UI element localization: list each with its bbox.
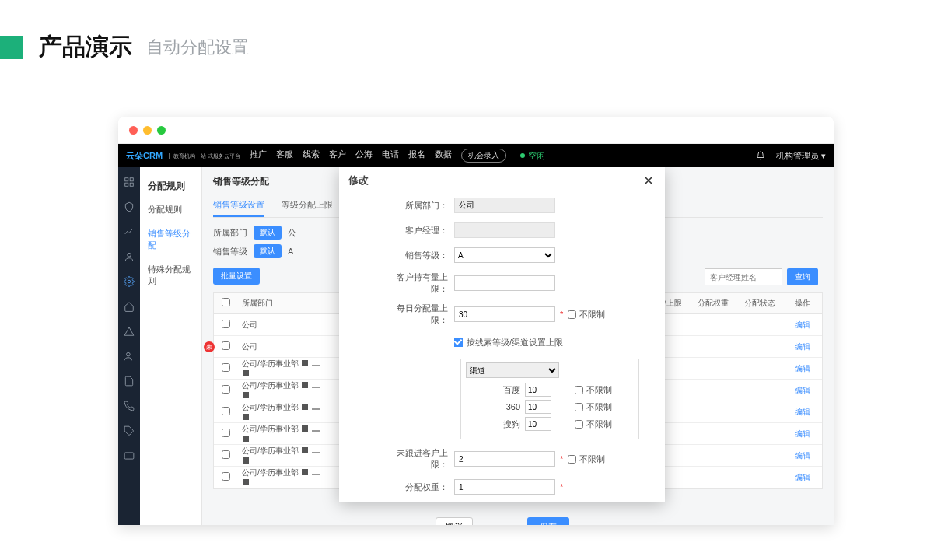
page-title: 产品演示	[39, 31, 132, 63]
rail-shield[interactable]	[124, 200, 135, 214]
filter-level-value: A	[288, 247, 293, 256]
channel-limit-input[interactable]	[525, 400, 551, 414]
nav-service[interactable]: 客服	[276, 149, 293, 163]
edit-link[interactable]: 编辑	[795, 386, 810, 394]
nav-data[interactable]: 数据	[435, 149, 452, 163]
unfollow-input[interactable]	[454, 451, 555, 467]
tab-level-limit[interactable]: 等级分配上限	[282, 194, 333, 217]
bell-icon[interactable]	[756, 151, 765, 160]
row-checkbox[interactable]	[222, 341, 230, 350]
window-titlebar	[118, 117, 834, 144]
rail-settings[interactable]	[124, 275, 135, 289]
tab-level-settings[interactable]: 销售等级设置	[213, 194, 264, 217]
rail-home[interactable]	[124, 299, 135, 313]
rail-call[interactable]	[124, 399, 135, 413]
channel-limit-input[interactable]	[525, 417, 551, 431]
edit-link[interactable]: 编辑	[795, 473, 810, 481]
subnav-item-rules[interactable]: 分配规则	[140, 198, 201, 222]
row-checkbox[interactable]	[222, 363, 230, 372]
svg-point-4	[128, 253, 131, 257]
nav-phone[interactable]: 电话	[382, 149, 399, 163]
nav-customers[interactable]: 客户	[329, 149, 346, 163]
nav-leads[interactable]: 线索	[303, 149, 320, 163]
select-all-checkbox[interactable]	[222, 298, 230, 306]
channel-limit-input[interactable]	[525, 383, 551, 397]
subnav-title: 分配规则	[140, 175, 201, 198]
channel-unlimited-checkbox[interactable]	[575, 403, 583, 411]
channel-name: 搜狗	[488, 418, 525, 430]
svg-rect-7	[124, 453, 134, 459]
svg-rect-3	[130, 183, 133, 186]
row-checkbox[interactable]	[222, 385, 230, 394]
sub-nav: 分配规则 分配规则 销售等级分配 特殊分配规则	[140, 167, 202, 525]
subnav-item-special[interactable]: 特殊分配规则	[140, 257, 201, 293]
daily-input[interactable]	[454, 306, 555, 322]
page-header: 产品演示 自动分配设置	[0, 0, 941, 86]
dept-label: 所属部门：	[386, 200, 454, 212]
rail-tag[interactable]	[124, 424, 135, 438]
svg-rect-0	[125, 178, 128, 181]
hold-input[interactable]	[454, 275, 555, 291]
batch-settings-button[interactable]: 批量设置	[213, 268, 260, 285]
row-checkbox[interactable]	[222, 320, 230, 328]
daily-label: 每日分配量上限：	[386, 303, 454, 326]
rail-triangle[interactable]	[124, 324, 135, 338]
user-dropdown[interactable]: 机构管理员 ▾	[776, 150, 826, 162]
edit-link[interactable]: 编辑	[795, 429, 810, 438]
maximize-dot[interactable]	[157, 126, 166, 135]
weight-label: 分配权重：	[386, 481, 454, 493]
rail-dashboard[interactable]	[124, 175, 135, 189]
rail-chart[interactable]	[124, 225, 135, 239]
channel-type-select[interactable]: 渠道	[466, 362, 559, 378]
filter-dept-default[interactable]: 默认	[254, 226, 282, 240]
rail-file[interactable]	[124, 374, 135, 388]
row-dept: 公司/学历事业部	[237, 463, 331, 492]
rail-user[interactable]	[124, 250, 135, 264]
channel-unlimited-checkbox[interactable]	[575, 386, 583, 394]
channel-unlimited-checkbox[interactable]	[575, 420, 583, 429]
edit-link[interactable]: 编辑	[795, 320, 810, 329]
channel-unlimited-label: 不限制	[586, 384, 612, 396]
close-dot[interactable]	[129, 126, 138, 135]
manager-label: 客户经理：	[386, 225, 454, 236]
channel-enable-checkbox[interactable]	[454, 338, 463, 347]
edit-link[interactable]: 编辑	[795, 451, 810, 460]
edit-link[interactable]: 编辑	[795, 364, 810, 373]
browser-window: 云朵CRM 教育机构一站 式服务云平台 推广 客服 线索 客户 公海 电话 报名…	[118, 117, 834, 525]
col-weight: 分配权重	[690, 293, 736, 313]
row-checkbox[interactable]	[222, 472, 230, 481]
filter-level-default[interactable]: 默认	[254, 244, 282, 258]
rail-card[interactable]	[124, 449, 135, 463]
rail-person[interactable]	[124, 349, 135, 363]
channel-name: 360	[488, 402, 525, 411]
weight-input[interactable]	[454, 479, 555, 495]
minimize-dot[interactable]	[143, 126, 152, 135]
entry-button[interactable]: 机会录入	[461, 149, 506, 163]
row-dept: 公司	[237, 315, 331, 335]
row-checkbox[interactable]	[222, 429, 230, 437]
daily-unlimited-checkbox[interactable]	[568, 310, 576, 319]
search-button[interactable]: 查询	[787, 268, 818, 285]
svg-point-5	[128, 280, 131, 283]
close-icon[interactable]	[642, 173, 656, 187]
save-button[interactable]: 保存	[527, 517, 569, 525]
unfollow-unlimited-checkbox[interactable]	[568, 455, 576, 464]
subnav-item-sales-level[interactable]: 销售等级分配	[140, 222, 201, 257]
col-state: 分配状态	[736, 293, 783, 313]
row-checkbox[interactable]	[222, 450, 230, 459]
red-badge: 未	[204, 341, 215, 352]
channel-row: 搜狗不限制	[466, 415, 634, 432]
edit-link[interactable]: 编辑	[795, 342, 810, 351]
search-input[interactable]	[705, 268, 782, 285]
nav-pool[interactable]: 公海	[355, 149, 373, 163]
nav-promotion[interactable]: 推广	[250, 149, 267, 163]
row-checkbox[interactable]	[222, 407, 230, 415]
level-select[interactable]: A	[454, 247, 555, 263]
unfollow-label: 未跟进客户上限：	[386, 447, 454, 471]
channel-row: 360不限制	[466, 398, 634, 415]
nav-signup[interactable]: 报名	[408, 149, 425, 163]
cancel-button[interactable]: 取消	[436, 517, 473, 525]
dept-input	[454, 198, 555, 213]
col-op: 操作	[783, 293, 822, 313]
edit-link[interactable]: 编辑	[795, 408, 810, 416]
